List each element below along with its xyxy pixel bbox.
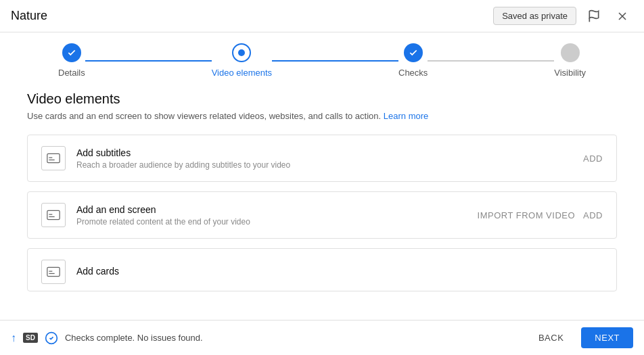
check-circle-icon <box>45 331 58 345</box>
close-button[interactable] <box>612 5 633 27</box>
subtitles-card-actions: ADD <box>583 153 603 164</box>
stepper: Details Video elements Checks Visibi <box>0 32 644 78</box>
card-cards: Add cards <box>27 248 617 291</box>
subtitles-icon <box>41 146 66 170</box>
subtitles-card-title: Add subtitles <box>76 147 583 158</box>
check-icon-checks <box>409 48 418 57</box>
step-label-checks: Checks <box>398 68 428 78</box>
main-content: Video elements Use cards and an end scre… <box>0 78 644 298</box>
step-circle-details <box>62 43 81 62</box>
footer-status-text: Checks complete. No issues found. <box>65 333 203 343</box>
cards-icon <box>41 260 66 284</box>
step-visibility[interactable]: Visibility <box>554 43 586 78</box>
end-screen-card-actions: IMPORT FROM VIDEO ADD <box>478 210 603 220</box>
svg-rect-6 <box>47 210 60 219</box>
card-subtitles: Add subtitles Reach a broader audience b… <box>27 135 617 182</box>
section-desc-text: Use cards and an end screen to show view… <box>27 111 381 121</box>
back-button[interactable]: BACK <box>528 327 574 348</box>
next-button[interactable]: NEXT <box>581 327 633 348</box>
section-description: Use cards and an end screen to show view… <box>27 111 617 121</box>
upload-icon: ↑ <box>11 332 16 344</box>
header-actions: Saved as private <box>493 5 633 27</box>
cards-card-text: Add cards <box>76 266 603 279</box>
header: Nature Saved as private <box>0 0 644 32</box>
footer: ↑ SD Checks complete. No issues found. B… <box>0 320 644 355</box>
connector-1 <box>85 60 212 62</box>
connector-2 <box>272 60 398 62</box>
step-video-elements[interactable]: Video elements <box>212 43 272 78</box>
stepper-track: Details Video elements Checks Visibi <box>58 43 586 78</box>
step-label-visibility: Visibility <box>554 68 586 78</box>
subtitles-card-subtitle: Reach a broader audience by adding subti… <box>76 160 583 170</box>
import-from-video-button[interactable]: IMPORT FROM VIDEO <box>478 210 576 220</box>
check-icon-details <box>67 48 76 57</box>
sd-badge: SD <box>23 333 38 343</box>
flag-icon-button[interactable] <box>583 5 605 27</box>
subtitles-add-button[interactable]: ADD <box>583 153 603 164</box>
step-circle-visibility <box>561 43 580 62</box>
connector-3 <box>428 60 554 62</box>
learn-more-link[interactable]: Learn more <box>384 111 428 121</box>
cards-card-title: Add cards <box>76 266 603 277</box>
svg-rect-3 <box>47 153 60 162</box>
step-checks[interactable]: Checks <box>398 43 428 78</box>
flag-icon <box>587 9 601 23</box>
step-label-video-elements: Video elements <box>212 68 272 78</box>
end-screen-card-title: Add an end screen <box>76 204 478 215</box>
card-end-screen: Add an end screen Promote related conten… <box>27 191 617 239</box>
active-dot <box>238 49 245 56</box>
end-screen-add-button[interactable]: ADD <box>583 210 603 220</box>
end-screen-card-text: Add an end screen Promote related conten… <box>76 204 478 227</box>
page-title: Nature <box>11 9 47 23</box>
subtitles-card-text: Add subtitles Reach a broader audience b… <box>76 147 583 170</box>
svg-rect-9 <box>47 267 60 276</box>
section-title: Video elements <box>27 91 617 107</box>
step-label-details: Details <box>58 68 85 78</box>
step-circle-checks <box>404 43 423 62</box>
step-circle-video-elements <box>232 43 251 62</box>
end-screen-card-subtitle: Promote related content at the end of yo… <box>76 217 478 227</box>
step-details[interactable]: Details <box>58 43 85 78</box>
footer-left: ↑ SD Checks complete. No issues found. <box>11 331 203 345</box>
end-screen-icon <box>41 203 66 227</box>
saved-badge-button[interactable]: Saved as private <box>493 7 576 25</box>
footer-right: BACK NEXT <box>528 327 633 348</box>
close-icon <box>616 9 629 23</box>
